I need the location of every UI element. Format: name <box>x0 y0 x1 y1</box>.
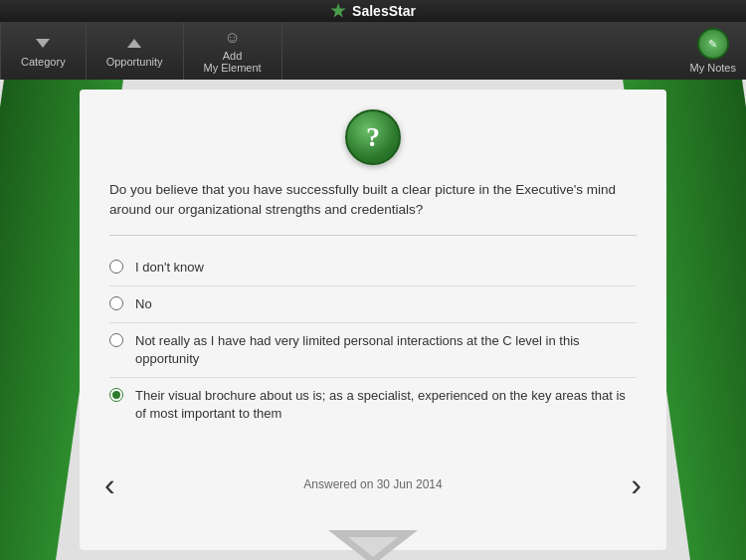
navbar: Category Opportunity ☺ Add My Element ✎ … <box>0 22 746 80</box>
next-button[interactable]: › <box>621 464 652 505</box>
person-icon: ☺ <box>224 29 242 47</box>
question-icon: ? <box>345 109 401 165</box>
radio-btn-3 <box>109 333 123 347</box>
my-notes-label: My Notes <box>690 62 736 74</box>
logo-text: SalesStar <box>352 3 416 19</box>
option-label-2: No <box>135 295 152 313</box>
notes-icon: ✎ <box>697 28 729 60</box>
radio-btn-2 <box>109 296 123 310</box>
option-label-3: Not really as I have had very limited pe… <box>135 332 637 368</box>
radio-btn-4 <box>109 388 123 402</box>
option-label-4: Their visual brochure about us is; as a … <box>135 387 637 423</box>
arrow-down-icon <box>34 35 52 53</box>
option-4[interactable]: Their visual brochure about us is; as a … <box>109 378 637 432</box>
bottom-decoration <box>328 530 418 560</box>
nav-category-label: Category <box>21 56 66 68</box>
app-logo: SalesStar <box>330 3 416 19</box>
nav-item-category[interactable]: Category <box>0 22 87 80</box>
prev-button[interactable]: ‹ <box>94 464 125 505</box>
logo-star-icon <box>330 3 346 19</box>
navigation-arrows: ‹ Answered on 30 Jun 2014 › <box>80 464 666 505</box>
radio-btn-1 <box>109 260 123 274</box>
option-label-1: I don't know <box>135 259 204 277</box>
header-bar: SalesStar <box>0 0 746 22</box>
nav-add-element-label: Add My Element <box>204 50 262 74</box>
option-3[interactable]: Not really as I have had very limited pe… <box>109 323 637 378</box>
nav-item-opportunity[interactable]: Opportunity <box>87 22 184 80</box>
arrow-up-icon <box>125 35 143 53</box>
deco-triangle-outer <box>328 530 418 560</box>
main-content: ? Do you believe that you have successfu… <box>0 80 746 560</box>
my-notes-button[interactable]: ✎ My Notes <box>690 28 736 74</box>
answered-text: Answered on 30 Jun 2014 <box>303 477 442 491</box>
deco-triangle-inner <box>348 537 398 557</box>
option-1[interactable]: I don't know <box>109 250 637 286</box>
nav-item-add-element[interactable]: ☺ Add My Element <box>184 22 282 80</box>
options-list: I don't know No Not really as I have had… <box>109 250 637 433</box>
question-mark-symbol: ? <box>366 123 380 151</box>
question-text: Do you believe that you have successfull… <box>109 180 637 236</box>
nav-opportunity-label: Opportunity <box>106 56 163 68</box>
option-2[interactable]: No <box>109 286 637 323</box>
